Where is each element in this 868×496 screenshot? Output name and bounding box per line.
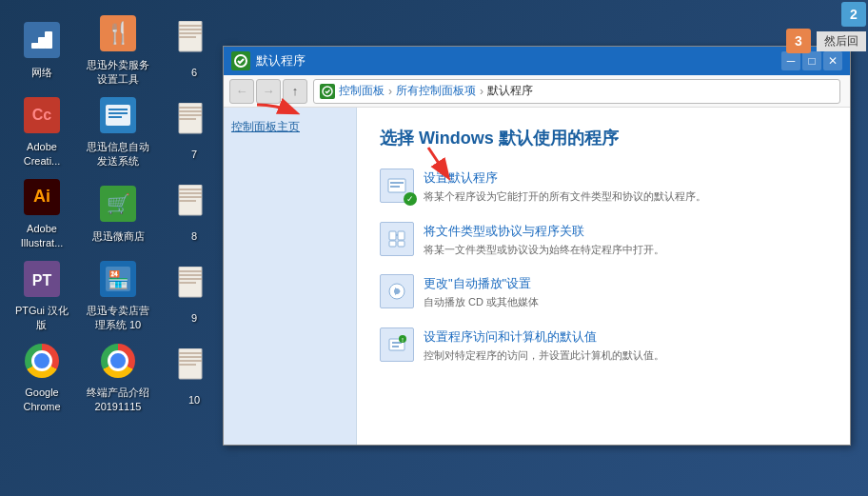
svg-rect-12	[106, 105, 130, 126]
svg-rect-37	[179, 282, 196, 284]
adobe-cc-icon: Cc	[24, 97, 60, 133]
svg-rect-10	[179, 36, 196, 38]
svg-rect-50	[390, 186, 400, 188]
option-file-assoc: 将文件类型或协议与程序关联 将某一文件类型或协议设为始终在特定程序中打开。	[380, 222, 827, 258]
desktop-icon-adobe[interactable]: Cc AdobeCreati...	[4, 89, 80, 171]
doc9-label: 9	[191, 311, 197, 325]
option-desc-program-access: 控制对特定程序的访问，并设置此计算机的默认值。	[424, 347, 664, 364]
sixin-waiter-icon: 🍴	[100, 15, 136, 51]
svg-rect-35	[179, 274, 202, 276]
doc8-label: 8	[191, 229, 197, 243]
desktop-icon-sixin-shop[interactable]: 🏪 思迅专卖店营理系统 10	[80, 253, 156, 335]
desktop-icons-area: 网络 🍴 思迅外卖服务设置工具 6	[0, 0, 219, 496]
svg-rect-2	[38, 37, 46, 49]
badge-3: 3	[786, 29, 811, 53]
desktop-icon-doc6[interactable]: 6	[156, 8, 232, 89]
option-title-autoplay[interactable]: 更改"自动播放"设置	[424, 276, 531, 290]
option-text-file-assoc: 将文件类型或协议与程序关联 将某一文件类型或协议设为始终在特定程序中打开。	[424, 222, 664, 258]
badge-row-3: 3 然后回	[786, 29, 866, 53]
svg-rect-40	[179, 356, 202, 358]
autoplay-icon	[385, 280, 408, 303]
badge-row-2: 2	[841, 2, 866, 27]
top-right-area: 2 3 然后回	[784, 0, 868, 55]
back-button[interactable]: ←	[229, 79, 254, 104]
doc10-icon	[177, 348, 211, 387]
window-title: 默认程序	[256, 52, 781, 69]
window-nav: ← → ↑ 控制面板 › 所有控制面板项 › 默认程序	[224, 75, 850, 108]
sixin-shop-label: 思迅专卖店营理系统 10	[87, 304, 149, 331]
sixin-shop-icon: 🏪	[100, 261, 136, 297]
wechat-shop-icon: 🛒	[100, 186, 136, 222]
svg-rect-7	[179, 25, 202, 27]
breadcrumb-icon	[320, 84, 335, 99]
option-title-set-default[interactable]: 设置默认程序	[424, 170, 498, 185]
option-text-autoplay: 更改"自动播放"设置 自动播放 CD 或其他媒体	[424, 274, 539, 310]
forward-button[interactable]: →	[256, 79, 281, 104]
window-sidebar: 控制面板主页	[224, 108, 357, 445]
svg-rect-62	[392, 342, 402, 344]
desktop: 网络 🍴 思迅外卖服务设置工具 6	[0, 0, 868, 496]
ptgui-label: PTGui 汉化版	[15, 304, 69, 331]
svg-rect-42	[179, 364, 196, 366]
svg-rect-36	[179, 278, 202, 280]
desktop-icon-doc8[interactable]: 8	[156, 171, 232, 253]
svg-text:!: !	[402, 337, 404, 343]
svg-text:PT: PT	[32, 272, 52, 288]
svg-rect-63	[392, 346, 399, 347]
svg-rect-54	[389, 241, 396, 247]
desktop-icon-doc7[interactable]: 7	[156, 89, 232, 171]
desktop-icon-ai[interactable]: Ai AdobeIllustrat...	[4, 171, 80, 253]
sixin-auto-icon	[100, 97, 136, 133]
ai-icon: Ai	[24, 179, 60, 215]
zhongduan-icon	[101, 344, 135, 378]
svg-rect-53	[398, 231, 404, 240]
up-button[interactable]: ↑	[283, 79, 307, 104]
desktop-icon-doc10[interactable]: 10	[156, 335, 232, 417]
option-program-access: ! 设置程序访问和计算机的默认值 控制对特定程序的访问，并设置此计算机的默认值。	[380, 327, 827, 364]
svg-text:🛒: 🛒	[107, 192, 130, 215]
desktop-icon-sixin-waiter[interactable]: 🍴 思迅外卖服务设置工具	[80, 8, 156, 89]
svg-rect-34	[179, 270, 202, 272]
svg-text:🏪: 🏪	[108, 269, 129, 290]
sixin-waiter-label: 思迅外卖服务设置工具	[87, 58, 149, 86]
desktop-icon-doc9[interactable]: 9	[156, 253, 232, 335]
desktop-icon-zhongduan[interactable]: 终端产品介绍20191115	[80, 335, 156, 417]
svg-rect-41	[179, 360, 202, 362]
option-set-default: ✓ 设置默认程序 将某个程序设为它能打开的所有文件类型和协议的默认程序。	[380, 169, 827, 205]
breadcrumb-allpanels[interactable]: 所有控制面板项	[396, 83, 476, 99]
desktop-icon-wechat[interactable]: 🛒 思迅微商店	[80, 171, 156, 253]
wechat-label: 思迅微商店	[92, 229, 145, 243]
doc9-icon	[177, 267, 211, 305]
svg-text:🍴: 🍴	[106, 20, 132, 46]
option-title-program-access[interactable]: 设置程序访问和计算机的默认值	[424, 329, 597, 344]
svg-rect-39	[179, 352, 202, 354]
option-desc-file-assoc: 将某一文件类型或协议设为始终在特定程序中打开。	[424, 242, 664, 258]
window-main: 选择 Windows 默认使用的程序 ✓ 设置默认程序	[357, 108, 850, 445]
svg-rect-15	[108, 116, 122, 118]
option-title-file-assoc[interactable]: 将文件类型或协议与程序关联	[424, 224, 584, 238]
doc6-icon	[177, 21, 211, 59]
then-text: 然后回	[817, 31, 866, 51]
svg-rect-27	[179, 200, 196, 202]
breadcrumb: 控制面板 › 所有控制面板项 › 默认程序	[313, 79, 840, 104]
svg-rect-14	[108, 112, 128, 114]
desktop-icon-chrome[interactable]: GoogleChrome	[4, 335, 80, 417]
window-titlebar: 默认程序 ─ □ ✕	[224, 47, 850, 75]
check-badge: ✓	[404, 192, 417, 206]
desktop-icon-sixin-auto[interactable]: 思迅信息自动发送系统	[80, 89, 156, 171]
desktop-icon-ptgui[interactable]: PT PTGui 汉化版	[4, 253, 80, 335]
network-icon	[24, 22, 60, 58]
option-text-program-access: 设置程序访问和计算机的默认值 控制对特定程序的访问，并设置此计算机的默认值。	[424, 327, 664, 364]
breadcrumb-controlpanel[interactable]: 控制面板	[339, 83, 385, 99]
doc6-label: 6	[191, 66, 197, 79]
option-autoplay: 更改"自动播放"设置 自动播放 CD 或其他媒体	[380, 274, 827, 310]
desktop-icon-network[interactable]: 网络	[4, 8, 80, 89]
network-label: 网络	[31, 66, 52, 79]
svg-rect-20	[179, 118, 196, 120]
ai-label: AdobeIllustrat...	[21, 222, 64, 249]
svg-rect-17	[179, 107, 202, 109]
doc7-label: 7	[191, 148, 197, 161]
svg-rect-55	[398, 241, 404, 247]
doc10-label: 10	[188, 393, 200, 407]
sidebar-home-link[interactable]: 控制面板主页	[231, 120, 300, 133]
